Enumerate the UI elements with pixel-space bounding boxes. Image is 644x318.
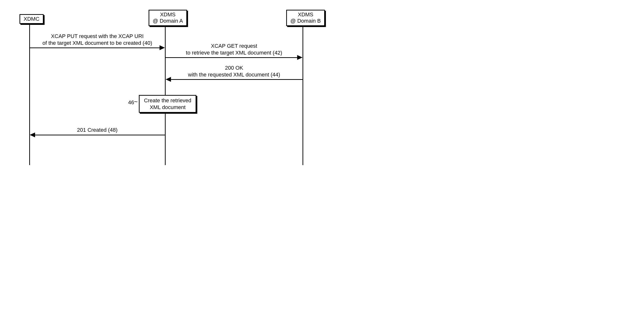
sequence-diagram: XDMC XDMS @ Domain A XDMS @ Domain B XCA… xyxy=(10,10,326,168)
activity-46-line2: XML document xyxy=(144,104,191,111)
message-42-line2: to retrieve the target XML document (42) xyxy=(166,50,302,56)
actor-xdms-a: XDMS @ Domain A xyxy=(148,10,187,26)
arrow-48-head xyxy=(30,132,35,137)
arrow-48-line xyxy=(34,135,165,136)
message-44-line1: 200 OK xyxy=(166,64,302,71)
lifeline-xdms-b xyxy=(302,26,303,165)
actor-label-line2: @ Domain A xyxy=(153,18,183,24)
actor-label: XDMC xyxy=(24,16,40,22)
arrow-42-head xyxy=(297,55,302,60)
message-42: XCAP GET request to retrieve the target … xyxy=(166,42,302,56)
arrow-40-line xyxy=(30,48,160,48)
message-40-line2: of the target XML document to be created… xyxy=(30,40,165,46)
message-44: 200 OK with the requested XML document (… xyxy=(166,64,302,78)
message-48: 201 Created (48) xyxy=(30,126,165,134)
actor-xdmc: XDMC xyxy=(20,14,44,24)
arrow-44-head xyxy=(166,77,171,82)
arrow-44-line xyxy=(170,79,302,80)
actor-xdms-b: XDMS @ Domain B xyxy=(286,10,325,26)
message-44-line2: with the requested XML document (44) xyxy=(166,71,302,78)
message-48-text: 201 Created (48) xyxy=(30,126,165,134)
message-40-line1: XCAP PUT request with the XCAP URI xyxy=(30,33,165,40)
arrow-40-head xyxy=(160,45,165,50)
message-40: XCAP PUT request with the XCAP URI of th… xyxy=(30,33,165,46)
message-42-line1: XCAP GET request xyxy=(166,42,302,50)
activity-46-ref: 46 xyxy=(128,99,134,106)
actor-label-line1: XDMS xyxy=(290,12,321,18)
activity-46-line1: Create the retrieved xyxy=(144,97,191,104)
actor-label-line2: @ Domain B xyxy=(290,18,321,24)
arrow-42-line xyxy=(166,57,298,58)
activity-46-tilde: ~ xyxy=(134,98,138,106)
activity-46: Create the retrieved XML document xyxy=(139,95,196,113)
actor-label-line1: XDMS xyxy=(153,12,183,18)
